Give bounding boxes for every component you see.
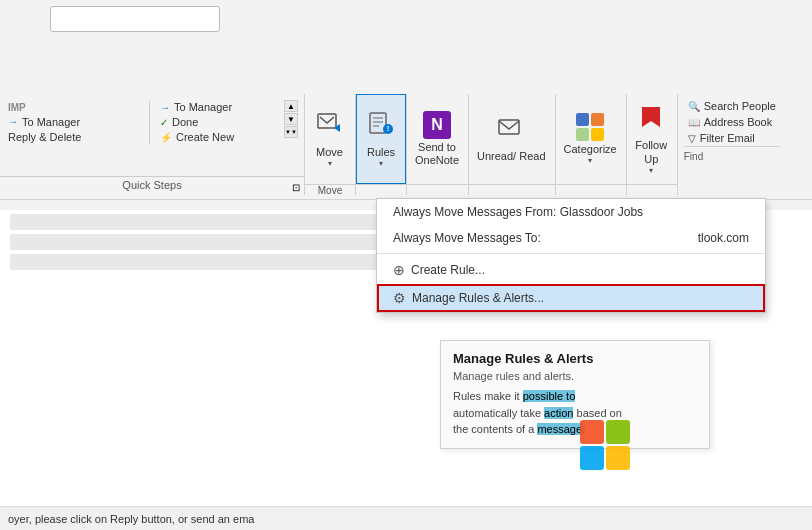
onenote-label: Send toOneNote	[415, 141, 459, 167]
search-icon: 🔍	[688, 101, 700, 112]
logo-red	[580, 420, 604, 444]
logo-green	[606, 420, 630, 444]
qs-team-email-label: To Manager	[22, 116, 80, 128]
rules-button[interactable]: ! Rules ▾	[356, 94, 406, 184]
qs-to-manager[interactable]: → To Manager	[158, 100, 298, 114]
qs-scroll-more[interactable]: ▼▼	[284, 126, 298, 138]
categorize-label: Categorize	[564, 143, 617, 156]
unread-read-button[interactable]: Unread/ Read	[469, 94, 555, 184]
move-section-label: Move	[305, 184, 355, 196]
tooltip-highlight-1: possible to	[523, 390, 576, 402]
unread-section: Unread/ Read	[469, 94, 556, 195]
dropdown-item-always-to[interactable]: Always Move Messages To: tlook.com	[377, 225, 765, 251]
ribbon-toolbar: IMP → To Manager Reply & Delete →	[0, 90, 812, 200]
followup-label: FollowUp	[635, 139, 667, 165]
rules-section: ! Rules ▾	[356, 94, 407, 195]
quick-steps-label: Quick Steps	[0, 179, 304, 191]
followup-icon	[637, 103, 665, 137]
categorize-icon	[576, 113, 604, 141]
manage-rules-icon: ⚙	[393, 290, 406, 306]
dropdown-item-always-from-label: Always Move Messages From: Glassdoor Job…	[393, 205, 643, 219]
ms-word-logo	[580, 420, 630, 465]
qs-arrow-icon: →	[8, 116, 18, 127]
followup-section: FollowUp ▾	[627, 94, 678, 195]
categorize-dropdown-arrow: ▾	[588, 156, 592, 165]
logo-yellow	[606, 446, 630, 470]
rules-icon: !	[367, 110, 395, 144]
cat-orange	[591, 113, 604, 126]
dropdown-separator-1	[377, 253, 765, 254]
svg-text:!: !	[387, 124, 390, 133]
quick-steps-items: IMP → To Manager Reply & Delete →	[6, 100, 298, 144]
dropdown-item-always-from[interactable]: Always Move Messages From: Glassdoor Job…	[377, 199, 765, 225]
move-icon	[316, 110, 344, 144]
tooltip-body: Rules make it possible to automatically …	[453, 388, 697, 438]
rules-dropdown-menu: Always Move Messages From: Glassdoor Job…	[376, 198, 766, 313]
unread-section-label	[469, 184, 555, 195]
tooltip-highlight-3: message.	[537, 423, 585, 435]
unread-icon	[497, 114, 525, 148]
qs-lightning-icon: ⚡	[160, 132, 172, 143]
search-people-button[interactable]: 🔍 Search People	[684, 98, 780, 114]
qs-to-manager-arrow: →	[160, 102, 170, 113]
move-dropdown-arrow: ▾	[328, 159, 332, 168]
cat-yellow	[591, 128, 604, 141]
unread-buttons: Unread/ Read	[469, 94, 555, 184]
dropdown-item-always-to-suffix: tlook.com	[698, 231, 749, 245]
tooltip-title: Manage Rules & Alerts	[453, 351, 697, 366]
dropdown-item-create-rule-label: Create Rule...	[411, 263, 485, 277]
tooltip-subtitle: Manage rules and alerts.	[453, 370, 697, 382]
dropdown-item-manage-rules-label: Manage Rules & Alerts...	[412, 291, 544, 305]
qs-create-new[interactable]: ⚡ Create New	[158, 130, 298, 144]
dropdown-item-manage-rules[interactable]: ⚙ Manage Rules & Alerts...	[377, 284, 765, 312]
rules-section-label	[356, 184, 406, 195]
cat-blue	[576, 113, 589, 126]
send-to-onenote-button[interactable]: N Send toOneNote	[407, 94, 468, 184]
move-label: Move	[316, 146, 343, 159]
onenote-buttons: N Send toOneNote	[407, 94, 468, 184]
filter-email-button[interactable]: ▽ Filter Email	[684, 130, 780, 146]
categorize-section: Categorize ▾	[556, 94, 627, 195]
top-search-box[interactable]	[50, 6, 220, 32]
qs-done[interactable]: ✓ Done	[158, 115, 298, 129]
categorize-grid	[576, 113, 604, 141]
categorize-button[interactable]: Categorize ▾	[556, 94, 626, 184]
bottom-bar-text: oyer, please click on Reply button, or s…	[8, 513, 254, 525]
qs-scroll-down[interactable]: ▼	[284, 113, 298, 125]
qs-done-label: Done	[172, 116, 198, 128]
filter-icon: ▽	[688, 133, 696, 144]
move-buttons: Move ▾	[305, 94, 355, 184]
follow-up-button[interactable]: FollowUp ▾	[627, 94, 677, 184]
onenote-icon: N	[423, 111, 451, 139]
search-people-label: Search People	[704, 100, 776, 112]
dropdown-item-always-to-label: Always Move Messages To:	[393, 231, 541, 245]
qs-reply-delete-label: Reply & Delete	[8, 131, 81, 143]
qs-imp[interactable]: IMP	[6, 101, 145, 114]
qs-scroll-up[interactable]: ▲	[284, 100, 298, 112]
qs-team-email[interactable]: → To Manager	[6, 115, 145, 129]
svg-rect-8	[499, 120, 519, 134]
address-book-icon: 📖	[688, 117, 700, 128]
quick-steps-settings-icon[interactable]: ⊡	[292, 182, 300, 193]
dropdown-item-create-rule[interactable]: ⊕ Create Rule...	[377, 256, 765, 284]
move-section: Move ▾ Move	[305, 94, 356, 195]
rules-label: Rules	[367, 146, 395, 159]
address-book-button[interactable]: 📖 Address Book	[684, 114, 780, 130]
followup-buttons: FollowUp ▾	[627, 94, 677, 184]
categorize-section-label	[556, 184, 626, 195]
followup-section-label	[627, 184, 677, 195]
onenote-logo: N	[423, 111, 451, 139]
qs-imp-label: IMP	[8, 102, 26, 113]
qs-done-check: ✓	[160, 117, 168, 128]
find-section-label: Find	[684, 146, 780, 162]
onenote-section-label	[407, 184, 468, 195]
filter-email-label: Filter Email	[700, 132, 755, 144]
bottom-bar: oyer, please click on Reply button, or s…	[0, 506, 812, 530]
move-button[interactable]: Move ▾	[305, 94, 355, 184]
svg-marker-9	[642, 107, 660, 127]
followup-dropdown-arrow: ▾	[649, 166, 653, 175]
rules-dropdown-arrow: ▾	[379, 159, 383, 168]
create-rule-icon: ⊕	[393, 262, 405, 278]
find-section: 🔍 Search People 📖 Address Book ▽ Filter …	[678, 94, 786, 166]
qs-reply-delete[interactable]: Reply & Delete	[6, 130, 145, 144]
